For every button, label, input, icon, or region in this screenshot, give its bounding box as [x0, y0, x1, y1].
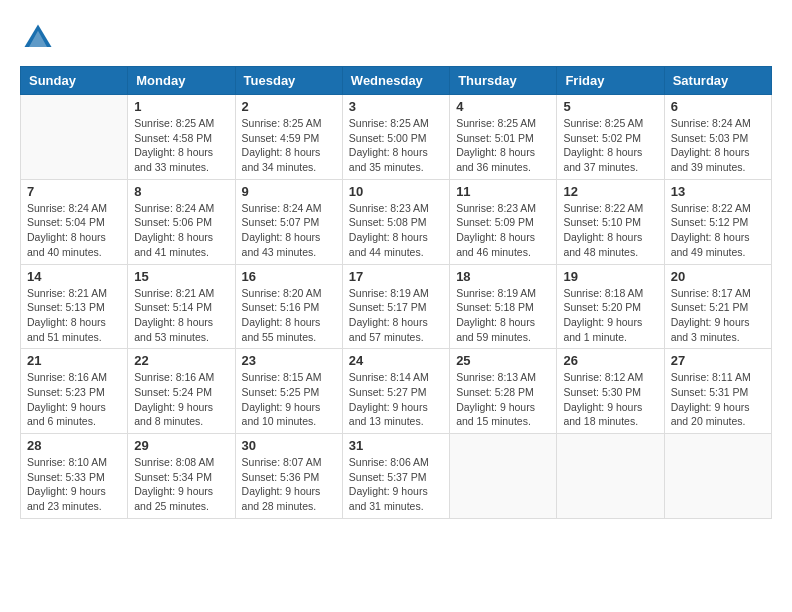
- day-info: Sunrise: 8:12 AM Sunset: 5:30 PM Dayligh…: [563, 370, 657, 429]
- calendar-day-cell: 23Sunrise: 8:15 AM Sunset: 5:25 PM Dayli…: [235, 349, 342, 434]
- day-info: Sunrise: 8:07 AM Sunset: 5:36 PM Dayligh…: [242, 455, 336, 514]
- day-number: 8: [134, 184, 228, 199]
- day-info: Sunrise: 8:16 AM Sunset: 5:24 PM Dayligh…: [134, 370, 228, 429]
- calendar-day-cell: 1Sunrise: 8:25 AM Sunset: 4:58 PM Daylig…: [128, 95, 235, 180]
- calendar-day-cell: 12Sunrise: 8:22 AM Sunset: 5:10 PM Dayli…: [557, 179, 664, 264]
- day-info: Sunrise: 8:19 AM Sunset: 5:17 PM Dayligh…: [349, 286, 443, 345]
- day-info: Sunrise: 8:25 AM Sunset: 5:00 PM Dayligh…: [349, 116, 443, 175]
- calendar-day-cell: 28Sunrise: 8:10 AM Sunset: 5:33 PM Dayli…: [21, 434, 128, 519]
- day-number: 27: [671, 353, 765, 368]
- day-info: Sunrise: 8:17 AM Sunset: 5:21 PM Dayligh…: [671, 286, 765, 345]
- day-info: Sunrise: 8:18 AM Sunset: 5:20 PM Dayligh…: [563, 286, 657, 345]
- calendar-week-row: 21Sunrise: 8:16 AM Sunset: 5:23 PM Dayli…: [21, 349, 772, 434]
- calendar-day-cell: 19Sunrise: 8:18 AM Sunset: 5:20 PM Dayli…: [557, 264, 664, 349]
- calendar-day-cell: 18Sunrise: 8:19 AM Sunset: 5:18 PM Dayli…: [450, 264, 557, 349]
- day-info: Sunrise: 8:21 AM Sunset: 5:13 PM Dayligh…: [27, 286, 121, 345]
- day-of-week-header: Monday: [128, 67, 235, 95]
- calendar-day-cell: [664, 434, 771, 519]
- day-info: Sunrise: 8:24 AM Sunset: 5:03 PM Dayligh…: [671, 116, 765, 175]
- day-info: Sunrise: 8:25 AM Sunset: 4:59 PM Dayligh…: [242, 116, 336, 175]
- day-number: 2: [242, 99, 336, 114]
- day-of-week-header: Saturday: [664, 67, 771, 95]
- calendar-day-cell: 20Sunrise: 8:17 AM Sunset: 5:21 PM Dayli…: [664, 264, 771, 349]
- day-of-week-header: Wednesday: [342, 67, 449, 95]
- day-info: Sunrise: 8:21 AM Sunset: 5:14 PM Dayligh…: [134, 286, 228, 345]
- day-number: 29: [134, 438, 228, 453]
- logo: [20, 20, 62, 56]
- day-number: 19: [563, 269, 657, 284]
- day-number: 24: [349, 353, 443, 368]
- day-number: 18: [456, 269, 550, 284]
- calendar-day-cell: 2Sunrise: 8:25 AM Sunset: 4:59 PM Daylig…: [235, 95, 342, 180]
- day-info: Sunrise: 8:19 AM Sunset: 5:18 PM Dayligh…: [456, 286, 550, 345]
- day-info: Sunrise: 8:24 AM Sunset: 5:07 PM Dayligh…: [242, 201, 336, 260]
- calendar-week-row: 1Sunrise: 8:25 AM Sunset: 4:58 PM Daylig…: [21, 95, 772, 180]
- calendar-day-cell: 10Sunrise: 8:23 AM Sunset: 5:08 PM Dayli…: [342, 179, 449, 264]
- calendar-day-cell: [450, 434, 557, 519]
- calendar-week-row: 7Sunrise: 8:24 AM Sunset: 5:04 PM Daylig…: [21, 179, 772, 264]
- day-number: 11: [456, 184, 550, 199]
- day-number: 22: [134, 353, 228, 368]
- day-number: 6: [671, 99, 765, 114]
- day-number: 13: [671, 184, 765, 199]
- day-info: Sunrise: 8:25 AM Sunset: 5:01 PM Dayligh…: [456, 116, 550, 175]
- day-number: 28: [27, 438, 121, 453]
- day-info: Sunrise: 8:25 AM Sunset: 4:58 PM Dayligh…: [134, 116, 228, 175]
- day-info: Sunrise: 8:16 AM Sunset: 5:23 PM Dayligh…: [27, 370, 121, 429]
- day-number: 30: [242, 438, 336, 453]
- calendar-day-cell: 25Sunrise: 8:13 AM Sunset: 5:28 PM Dayli…: [450, 349, 557, 434]
- day-info: Sunrise: 8:23 AM Sunset: 5:08 PM Dayligh…: [349, 201, 443, 260]
- calendar-day-cell: 14Sunrise: 8:21 AM Sunset: 5:13 PM Dayli…: [21, 264, 128, 349]
- calendar-week-row: 14Sunrise: 8:21 AM Sunset: 5:13 PM Dayli…: [21, 264, 772, 349]
- calendar-day-cell: 13Sunrise: 8:22 AM Sunset: 5:12 PM Dayli…: [664, 179, 771, 264]
- day-number: 17: [349, 269, 443, 284]
- day-number: 12: [563, 184, 657, 199]
- logo-icon: [20, 20, 56, 56]
- day-info: Sunrise: 8:15 AM Sunset: 5:25 PM Dayligh…: [242, 370, 336, 429]
- day-info: Sunrise: 8:11 AM Sunset: 5:31 PM Dayligh…: [671, 370, 765, 429]
- day-number: 5: [563, 99, 657, 114]
- calendar-day-cell: 24Sunrise: 8:14 AM Sunset: 5:27 PM Dayli…: [342, 349, 449, 434]
- calendar-day-cell: 4Sunrise: 8:25 AM Sunset: 5:01 PM Daylig…: [450, 95, 557, 180]
- calendar-day-cell: 17Sunrise: 8:19 AM Sunset: 5:17 PM Dayli…: [342, 264, 449, 349]
- calendar-header-row: SundayMondayTuesdayWednesdayThursdayFrid…: [21, 67, 772, 95]
- day-info: Sunrise: 8:24 AM Sunset: 5:06 PM Dayligh…: [134, 201, 228, 260]
- day-of-week-header: Tuesday: [235, 67, 342, 95]
- day-number: 14: [27, 269, 121, 284]
- calendar-day-cell: 21Sunrise: 8:16 AM Sunset: 5:23 PM Dayli…: [21, 349, 128, 434]
- day-number: 7: [27, 184, 121, 199]
- calendar-day-cell: 6Sunrise: 8:24 AM Sunset: 5:03 PM Daylig…: [664, 95, 771, 180]
- day-info: Sunrise: 8:13 AM Sunset: 5:28 PM Dayligh…: [456, 370, 550, 429]
- calendar-day-cell: 26Sunrise: 8:12 AM Sunset: 5:30 PM Dayli…: [557, 349, 664, 434]
- day-number: 9: [242, 184, 336, 199]
- day-number: 15: [134, 269, 228, 284]
- day-info: Sunrise: 8:23 AM Sunset: 5:09 PM Dayligh…: [456, 201, 550, 260]
- day-number: 23: [242, 353, 336, 368]
- day-info: Sunrise: 8:24 AM Sunset: 5:04 PM Dayligh…: [27, 201, 121, 260]
- day-number: 26: [563, 353, 657, 368]
- day-number: 1: [134, 99, 228, 114]
- calendar-day-cell: 9Sunrise: 8:24 AM Sunset: 5:07 PM Daylig…: [235, 179, 342, 264]
- day-number: 16: [242, 269, 336, 284]
- calendar-week-row: 28Sunrise: 8:10 AM Sunset: 5:33 PM Dayli…: [21, 434, 772, 519]
- calendar-day-cell: 5Sunrise: 8:25 AM Sunset: 5:02 PM Daylig…: [557, 95, 664, 180]
- calendar-day-cell: 31Sunrise: 8:06 AM Sunset: 5:37 PM Dayli…: [342, 434, 449, 519]
- calendar-day-cell: 7Sunrise: 8:24 AM Sunset: 5:04 PM Daylig…: [21, 179, 128, 264]
- day-number: 31: [349, 438, 443, 453]
- day-number: 10: [349, 184, 443, 199]
- calendar-day-cell: 8Sunrise: 8:24 AM Sunset: 5:06 PM Daylig…: [128, 179, 235, 264]
- day-info: Sunrise: 8:22 AM Sunset: 5:10 PM Dayligh…: [563, 201, 657, 260]
- calendar-day-cell: 15Sunrise: 8:21 AM Sunset: 5:14 PM Dayli…: [128, 264, 235, 349]
- day-info: Sunrise: 8:06 AM Sunset: 5:37 PM Dayligh…: [349, 455, 443, 514]
- day-number: 4: [456, 99, 550, 114]
- calendar-day-cell: [21, 95, 128, 180]
- day-info: Sunrise: 8:10 AM Sunset: 5:33 PM Dayligh…: [27, 455, 121, 514]
- day-info: Sunrise: 8:20 AM Sunset: 5:16 PM Dayligh…: [242, 286, 336, 345]
- day-info: Sunrise: 8:22 AM Sunset: 5:12 PM Dayligh…: [671, 201, 765, 260]
- day-info: Sunrise: 8:14 AM Sunset: 5:27 PM Dayligh…: [349, 370, 443, 429]
- day-number: 20: [671, 269, 765, 284]
- calendar-day-cell: 16Sunrise: 8:20 AM Sunset: 5:16 PM Dayli…: [235, 264, 342, 349]
- calendar-day-cell: 30Sunrise: 8:07 AM Sunset: 5:36 PM Dayli…: [235, 434, 342, 519]
- day-of-week-header: Sunday: [21, 67, 128, 95]
- day-of-week-header: Friday: [557, 67, 664, 95]
